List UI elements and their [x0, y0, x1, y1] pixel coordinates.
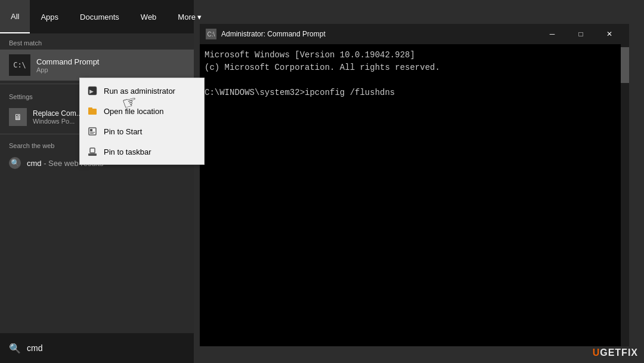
window-controls: ─ □ ✕: [538, 24, 623, 44]
svg-rect-6: [90, 132, 95, 133]
search-icon: 🔍: [9, 343, 21, 354]
cmd-menu-item[interactable]: C:\ Command Prompt App: [0, 50, 194, 81]
cmd-output: Microsoft Windows [Version 10.0.19042.92…: [205, 49, 624, 99]
cmd-icon: C:\: [9, 54, 30, 76]
tab-apps[interactable]: Apps: [30, 0, 69, 33]
search-web-icon: 🔍: [9, 157, 21, 169]
svg-rect-7: [90, 133, 94, 134]
tab-documents[interactable]: Documents: [69, 0, 130, 33]
start-menu-tabs: All Apps Documents Web More ▾: [0, 0, 194, 33]
svg-rect-5: [90, 129, 92, 131]
watermark-u: U: [593, 347, 600, 358]
folder-icon: [87, 106, 98, 116]
pin-to-start-item[interactable]: Pin to Start: [80, 121, 204, 141]
run-as-admin-item[interactable]: ▶ Run as administrator: [80, 81, 204, 101]
cmd-body[interactable]: Microsoft Windows [Version 10.0.19042.92…: [200, 44, 629, 346]
search-bar: 🔍: [0, 333, 194, 363]
watermark-text: GETFIX: [600, 347, 638, 358]
cmd-title: Administrator: Command Prompt: [221, 30, 538, 38]
svg-rect-3: [88, 107, 92, 110]
pin-to-taskbar-item[interactable]: Pin to taskbar: [80, 141, 204, 162]
open-file-location-item[interactable]: Open file location: [80, 101, 204, 121]
start-menu: All Apps Documents Web More ▾ Best match…: [0, 0, 194, 363]
context-menu: ▶ Run as administrator Open file locatio…: [79, 78, 205, 165]
cmd-item-text: Command Prompt App: [36, 57, 99, 73]
best-match-label: Best match: [0, 33, 194, 50]
svg-rect-9: [90, 148, 95, 153]
close-button[interactable]: ✕: [596, 24, 623, 44]
cmd-scrollbar-thumb: [621, 47, 629, 83]
tab-web[interactable]: Web: [130, 0, 168, 33]
cmd-scrollbar[interactable]: [621, 44, 629, 346]
svg-text:▶: ▶: [89, 88, 94, 94]
minimize-button[interactable]: ─: [538, 24, 566, 44]
cmd-titlebar-icon: C:\: [206, 29, 216, 39]
tab-all[interactable]: All: [0, 0, 30, 33]
maximize-button[interactable]: □: [567, 24, 595, 44]
chevron-down-icon: ▾: [197, 13, 202, 21]
cmd-window: C:\ Administrator: Command Prompt ─ □ ✕ …: [200, 24, 629, 346]
pin-taskbar-icon: [87, 146, 98, 157]
pin-start-icon: [87, 126, 98, 137]
cmd-titlebar: C:\ Administrator: Command Prompt ─ □ ✕: [200, 24, 629, 44]
monitor-icon: 🖥: [9, 108, 27, 126]
run-as-admin-icon: ▶: [87, 85, 98, 96]
svg-rect-8: [88, 153, 97, 156]
search-input[interactable]: [27, 343, 185, 353]
watermark: UGETFIX: [593, 347, 638, 358]
